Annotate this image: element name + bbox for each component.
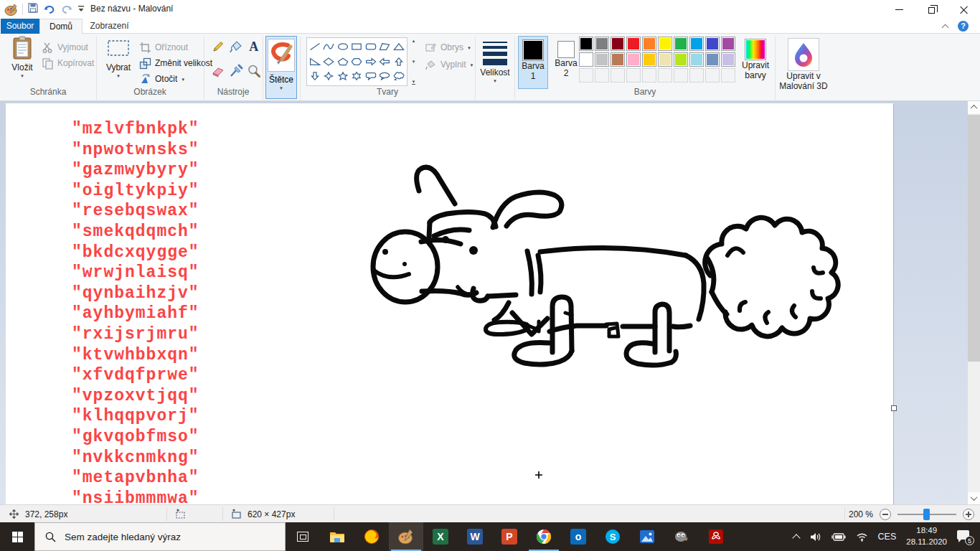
palette-swatch[interactable] (626, 37, 641, 51)
taskbar-app-photos[interactable] (630, 522, 664, 551)
shape-arrow-right-icon[interactable] (364, 55, 377, 69)
shape-right-triangle-icon[interactable] (308, 55, 321, 69)
shape-arrow-down-icon[interactable] (308, 69, 321, 83)
shape-star-6-icon[interactable] (350, 69, 364, 83)
shape-curve-icon[interactable] (322, 39, 336, 54)
palette-swatch[interactable] (658, 37, 672, 51)
color-picker-tool[interactable] (229, 64, 243, 83)
palette-swatch[interactable] (705, 37, 720, 51)
shape-triangle-icon[interactable] (392, 39, 405, 54)
tab-domu[interactable]: Domů (39, 19, 83, 34)
drawing-canvas[interactable]: "mzlvfbnkpk""npwotwnsks""gazmwybyry""oig… (6, 103, 893, 504)
magnifier-tool[interactable] (247, 64, 261, 83)
palette-swatch-empty[interactable] (705, 68, 720, 83)
crop-button[interactable]: Oříznout (139, 40, 188, 55)
save-button[interactable] (27, 2, 39, 17)
scroll-up-button[interactable] (968, 101, 980, 113)
shape-arrow-left-icon[interactable] (378, 55, 392, 69)
fill-tool[interactable] (229, 39, 243, 58)
language-indicator[interactable]: CES (878, 532, 897, 542)
pencil-tool[interactable] (211, 39, 225, 58)
size-button[interactable]: Velikost ▼ (479, 36, 512, 99)
zoom-slider[interactable] (897, 509, 956, 520)
vertical-scrollbar[interactable] (968, 101, 980, 504)
tab-zobrazeni[interactable]: Zobrazení (83, 19, 136, 34)
palette-swatch[interactable] (689, 37, 704, 51)
palette-swatch[interactable] (674, 37, 688, 51)
palette-swatch[interactable] (689, 52, 704, 67)
minimize-button[interactable] (883, 0, 915, 19)
clock[interactable]: 18:49 28.11.2020 (906, 525, 947, 547)
palette-swatch[interactable] (611, 52, 625, 67)
palette-swatch[interactable] (721, 52, 735, 67)
palette-swatch[interactable] (721, 37, 735, 51)
shape-callout-rounded-icon[interactable] (364, 69, 377, 83)
fill-shape-button[interactable]: Vyplnit ▼ (425, 57, 474, 72)
taskbar-app-firefox[interactable] (354, 522, 389, 551)
palette-swatch[interactable] (595, 37, 609, 51)
shape-callout-oval-icon[interactable] (378, 69, 392, 83)
palette-swatch[interactable] (595, 52, 609, 67)
palette-swatch[interactable] (642, 37, 656, 51)
palette-swatch-empty[interactable] (642, 68, 656, 83)
palette-swatch-empty[interactable] (611, 68, 625, 83)
rotate-button[interactable]: Otočit ▼ (139, 72, 185, 86)
shape-callout-cloud-icon[interactable] (392, 69, 405, 83)
taskbar-app-file-explorer[interactable] (320, 522, 354, 551)
shape-diamond-icon[interactable] (322, 55, 336, 69)
edit-in-paint3d-button[interactable]: Upravit v Malování 3D (779, 36, 828, 99)
taskbar-app-excel[interactable]: X (423, 522, 458, 551)
taskbar-app-skype[interactable]: S (595, 522, 630, 551)
palette-swatch-empty[interactable] (674, 68, 688, 83)
minimize-ribbon-button[interactable] (942, 23, 948, 29)
zoom-in-button[interactable] (963, 509, 974, 520)
palette-swatch[interactable] (658, 52, 672, 67)
shape-rounded-rectangle-icon[interactable] (364, 39, 377, 54)
resize-button[interactable]: Změnit velikost (139, 56, 212, 70)
taskbar-app-word[interactable]: W (458, 522, 492, 551)
palette-swatch-empty[interactable] (595, 68, 609, 83)
palette-swatch[interactable] (579, 52, 593, 67)
eraser-tool[interactable] (211, 64, 225, 83)
palette-swatch-empty[interactable] (579, 68, 593, 83)
notification-center-button[interactable]: 5 (957, 530, 973, 543)
taskbar-search-box[interactable]: Sem zadejte hledaný výraz (34, 522, 286, 551)
tray-expand-icon[interactable] (792, 534, 800, 542)
undo-button[interactable] (43, 4, 56, 15)
qat-customize-button[interactable] (77, 3, 85, 16)
volume-icon[interactable] (809, 532, 821, 542)
copy-button[interactable]: Kopírovat (42, 56, 94, 70)
taskbar-app-paint[interactable] (389, 522, 423, 551)
shape-pentagon-icon[interactable] (336, 55, 349, 69)
palette-swatch-empty[interactable] (658, 68, 672, 83)
palette-swatch-empty[interactable] (721, 68, 735, 83)
zoom-out-button[interactable] (880, 509, 891, 520)
restore-button[interactable] (915, 0, 948, 19)
close-button[interactable] (948, 0, 980, 19)
taskbar-app-powerpoint[interactable]: P (492, 522, 527, 551)
palette-swatch-empty[interactable] (626, 68, 641, 83)
start-button[interactable] (0, 522, 34, 551)
palette-swatch[interactable] (705, 52, 720, 67)
scroll-down-button[interactable] (968, 492, 980, 504)
shape-hexagon-icon[interactable] (350, 55, 364, 69)
task-view-button[interactable] (286, 522, 320, 551)
wifi-icon[interactable] (856, 532, 868, 542)
palette-swatch-empty[interactable] (689, 68, 704, 83)
taskbar-app-acrobat[interactable] (699, 522, 733, 551)
color1-button[interactable]: Barva 1 (518, 36, 548, 89)
shape-arrow-up-icon[interactable] (392, 55, 405, 69)
brushes-button[interactable]: Štětce ▼ (265, 36, 297, 99)
shape-star-4-icon[interactable] (322, 69, 336, 83)
help-button[interactable]: ? (958, 21, 969, 32)
battery-icon[interactable] (831, 532, 846, 542)
outline-button[interactable]: Obrys ▼ (425, 40, 471, 55)
canvas-resize-handle[interactable] (891, 405, 897, 411)
shape-star-5-icon[interactable] (336, 69, 349, 83)
cut-button[interactable]: Vyjmout (42, 40, 88, 55)
scrollbar-thumb[interactable] (968, 115, 980, 362)
tab-soubor[interactable]: Soubor (1, 19, 39, 34)
taskbar-app-gimp[interactable] (664, 522, 699, 551)
taskbar-app-chrome[interactable] (527, 522, 561, 551)
redo-button[interactable] (60, 4, 73, 15)
